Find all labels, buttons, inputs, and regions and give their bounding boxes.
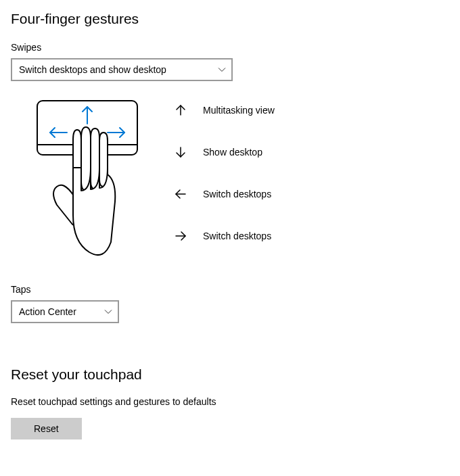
- chevron-down-icon: [104, 308, 112, 316]
- arrow-up-icon: [175, 104, 187, 116]
- swipes-selected: Switch desktops and show desktop: [19, 64, 166, 75]
- taps-label: Taps: [11, 284, 449, 295]
- action-left: Switch desktops: [175, 188, 275, 200]
- action-up-text: Multitasking view: [203, 105, 275, 116]
- swipes-label: Swipes: [11, 42, 449, 53]
- action-up: Multitasking view: [175, 104, 275, 116]
- taps-selected: Action Center: [19, 306, 76, 317]
- arrow-down-icon: [175, 146, 187, 158]
- reset-description: Reset touchpad settings and gestures to …: [11, 396, 449, 407]
- action-right-text: Switch desktops: [203, 231, 271, 241]
- touchpad-illustration: [37, 100, 138, 262]
- reset-button[interactable]: Reset: [11, 418, 82, 439]
- action-right: Switch desktops: [175, 230, 275, 242]
- action-left-text: Switch desktops: [203, 189, 271, 199]
- reset-touchpad-heading: Reset your touchpad: [11, 366, 449, 383]
- action-down: Show desktop: [175, 146, 275, 158]
- action-down-text: Show desktop: [203, 147, 262, 158]
- chevron-down-icon: [218, 66, 226, 74]
- swipes-dropdown[interactable]: Switch desktops and show desktop: [11, 58, 233, 81]
- arrow-left-icon: [175, 188, 187, 200]
- arrow-right-icon: [175, 230, 187, 242]
- four-finger-gestures-heading: Four-finger gestures: [11, 11, 449, 27]
- taps-dropdown[interactable]: Action Center: [11, 300, 119, 323]
